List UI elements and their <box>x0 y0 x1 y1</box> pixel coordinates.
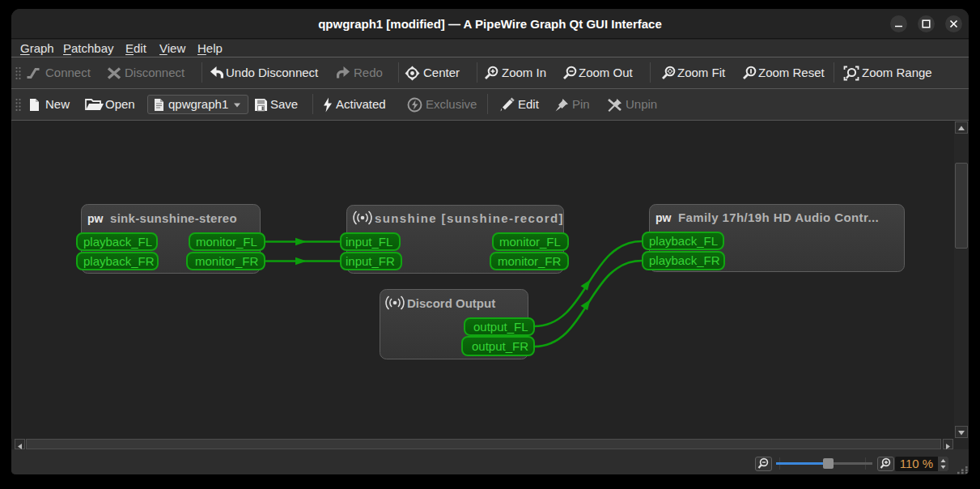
svg-text:input_FL: input_FL <box>346 235 392 249</box>
svg-text:monitor_FL: monitor_FL <box>196 235 257 249</box>
svg-text:sink-sunshine-stereo: sink-sunshine-stereo <box>110 211 237 225</box>
svg-text:pw: pw <box>655 211 672 224</box>
svg-text:monitor_FR: monitor_FR <box>498 254 562 268</box>
svg-text:playback_FL: playback_FL <box>83 235 152 249</box>
svg-text:monitor_FR: monitor_FR <box>195 254 259 268</box>
svg-text:playback_FR: playback_FR <box>83 254 155 268</box>
svg-text:monitor_FL: monitor_FL <box>499 235 561 249</box>
svg-text:playback_FR: playback_FR <box>649 253 720 267</box>
svg-text:pw: pw <box>87 212 104 225</box>
svg-text:output_FL: output_FL <box>473 320 528 334</box>
svg-text:output_FR: output_FR <box>472 339 528 353</box>
svg-text:playback_FL: playback_FL <box>649 234 718 248</box>
svg-text:input_FR: input_FR <box>346 254 395 268</box>
svg-text:Discord Output: Discord Output <box>407 296 495 310</box>
svg-text:Family 17h/19h HD Audio Contr.: Family 17h/19h HD Audio Contr... <box>678 210 879 224</box>
svg-text:sunshine [sunshine-record]: sunshine [sunshine-record] <box>375 211 564 225</box>
